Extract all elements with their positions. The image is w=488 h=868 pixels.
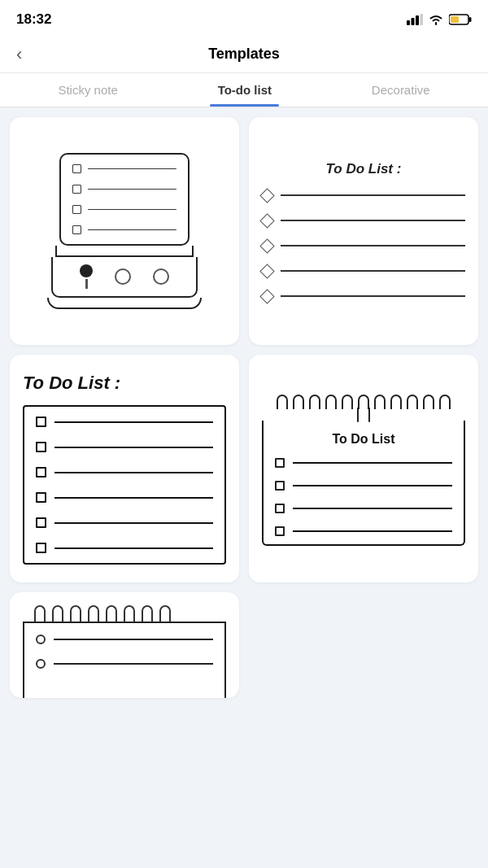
svg-rect-5 xyxy=(469,17,472,22)
svg-rect-0 xyxy=(407,20,410,25)
svg-rect-1 xyxy=(412,18,415,25)
tab-bar: Sticky note To-do list Decorative xyxy=(0,73,488,107)
tab-decorative[interactable]: Decorative xyxy=(355,73,447,107)
svg-rect-2 xyxy=(416,15,419,25)
signal-icon xyxy=(407,14,423,25)
spiral-todo-illustration: To Do List xyxy=(262,391,465,546)
template-card-spiral[interactable]: To Do List xyxy=(249,355,478,582)
ring-notebook-illustration xyxy=(23,605,226,698)
diamond-list-illustration: To Do List : xyxy=(262,161,465,302)
page-title: Templates xyxy=(208,46,280,63)
template-card-ring[interactable] xyxy=(10,592,239,698)
wifi-icon xyxy=(428,14,444,25)
arcade-illustration xyxy=(43,153,206,309)
status-time: 18:32 xyxy=(16,11,51,28)
status-bar: 18:32 xyxy=(0,0,488,36)
tab-sticky-note[interactable]: Sticky note xyxy=(41,73,133,107)
battery-icon xyxy=(449,14,472,25)
diamond-list-title: To Do List : xyxy=(262,161,465,177)
status-icons xyxy=(407,14,472,25)
template-card-arcade[interactable] xyxy=(10,117,239,345)
template-card-diamond[interactable]: To Do List : xyxy=(249,117,478,345)
template-grid: To Do List : T xyxy=(0,107,488,708)
back-button[interactable]: ‹ xyxy=(16,44,22,65)
tab-to-do-list[interactable]: To-do list xyxy=(202,73,288,107)
svg-rect-3 xyxy=(420,14,424,25)
svg-rect-6 xyxy=(451,16,459,23)
template-card-bold[interactable]: To Do List : xyxy=(10,355,239,582)
bold-todo-title: To Do List : xyxy=(23,373,226,394)
header: ‹ Templates xyxy=(0,36,488,73)
bold-todo-illustration: To Do List : xyxy=(23,373,226,565)
spiral-todo-title: To Do List xyxy=(275,432,452,447)
